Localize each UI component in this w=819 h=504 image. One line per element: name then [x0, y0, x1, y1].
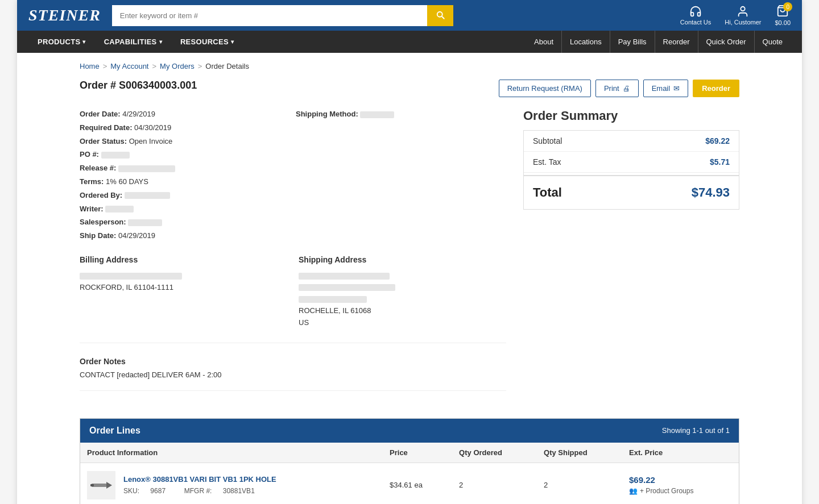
- cart-link[interactable]: 0 $0.00: [775, 5, 791, 26]
- shipping-address: Shipping Address ROCHELLE, IL 61068 US: [299, 255, 506, 329]
- product-meta: SKU: 9687 MFGR #: 30881VB1: [123, 487, 276, 495]
- shipping-city-state: ROCHELLE, IL 61068: [299, 305, 506, 317]
- order-summary-box: Subtotal $69.22 Est. Tax $5.71 Total $74…: [523, 130, 739, 210]
- search-icon: [435, 10, 445, 20]
- col-qty-shipped: Qty Shipped: [537, 443, 622, 463]
- nav-reorder[interactable]: Reorder: [655, 31, 698, 53]
- order-lines-header: Order Lines Showing 1-1 out of 1: [80, 419, 739, 443]
- breadcrumb-my-account[interactable]: My Account: [110, 62, 148, 70]
- capabilities-arrow: ▾: [159, 39, 162, 45]
- ordered-by: [125, 192, 170, 199]
- tax-value: $5.71: [710, 157, 730, 166]
- subtotal-label: Subtotal: [533, 136, 562, 145]
- order-number: Order # S006340003.001: [80, 80, 197, 91]
- nav-quick-order[interactable]: Quick Order: [698, 31, 754, 53]
- release-number: [118, 165, 175, 172]
- shipping-line3: [299, 296, 367, 303]
- terms: 1% 60 DAYS: [106, 177, 148, 186]
- product-thumbnail: [90, 474, 112, 496]
- nav-left: PRODUCTS ▾ CAPABILITIES ▾ RESOURCES ▾: [28, 31, 243, 53]
- nav-pay-bills[interactable]: Pay Bills: [610, 31, 655, 53]
- nav-locations[interactable]: Locations: [561, 31, 610, 53]
- salesperson: [128, 219, 162, 226]
- breadcrumb-my-orders[interactable]: My Orders: [160, 62, 195, 70]
- reorder-button[interactable]: Reorder: [693, 80, 739, 97]
- qty-ordered-cell: 2: [452, 463, 537, 504]
- svg-rect-4: [90, 484, 94, 486]
- breadcrumb: Home > My Account > My Orders > Order De…: [80, 62, 739, 70]
- addresses: Billing Address ROCKFORD, IL 61104-1111 …: [80, 255, 506, 343]
- total-label: Total: [533, 185, 562, 200]
- order-notes: Order Notes CONTACT [redacted] DELIVER 6…: [80, 357, 506, 391]
- col-qty-ordered: Qty Ordered: [452, 443, 537, 463]
- col-price: Price: [383, 443, 452, 463]
- table-row: Lenox® 30881VB1 VARI BIT VB1 1PK HOLE SK…: [80, 463, 739, 504]
- product-groups-link[interactable]: 👥 + Product Groups: [629, 487, 732, 495]
- breadcrumb-current: Order Details: [205, 62, 249, 70]
- svg-marker-3: [106, 482, 112, 489]
- main-content: Home > My Account > My Orders > Order De…: [68, 53, 751, 504]
- search-button[interactable]: [427, 5, 453, 26]
- table-header-row: Product Information Price Qty Ordered Qt…: [80, 443, 739, 463]
- breadcrumb-sep2: >: [152, 62, 156, 70]
- required-date: 04/30/2019: [134, 123, 171, 132]
- products-arrow: ▾: [82, 39, 85, 45]
- contact-label: Contact Us: [680, 19, 711, 26]
- email-button[interactable]: Email ✉: [643, 80, 689, 97]
- account-label: Hi, Customer: [725, 19, 761, 26]
- return-request-button[interactable]: Return Request (RMA): [499, 80, 591, 97]
- order-status: Open Invoice: [129, 137, 173, 145]
- col-ext-price: Ext. Price: [622, 443, 739, 463]
- nav-about[interactable]: About: [526, 31, 561, 53]
- order-lines-section: Order Lines Showing 1-1 out of 1 Product…: [80, 418, 739, 504]
- shipping-country: US: [299, 317, 506, 329]
- col-product-info: Product Information: [80, 443, 383, 463]
- subtotal-row: Subtotal $69.22: [524, 131, 739, 152]
- billing-line1: [80, 273, 182, 280]
- total-value: $74.93: [692, 185, 730, 200]
- header-icons: Contact Us Hi, Customer 0 $: [680, 5, 791, 26]
- headset-icon: [689, 5, 702, 18]
- account-icon: [737, 5, 749, 18]
- print-icon: 🖨: [623, 84, 630, 93]
- resources-arrow: ▾: [231, 39, 234, 45]
- nav-right: About Locations Pay Bills Reorder Quick …: [526, 31, 791, 53]
- mfgr-label: MFGR #:: [184, 487, 212, 495]
- contact-us-link[interactable]: Contact Us: [680, 5, 711, 26]
- product-info-cell: Lenox® 30881VB1 VARI BIT VB1 1PK HOLE SK…: [80, 463, 383, 504]
- print-button[interactable]: Print 🖨: [595, 80, 639, 97]
- ship-date: 04/29/2019: [118, 231, 155, 240]
- tax-row: Est. Tax $5.71: [524, 152, 739, 173]
- svg-point-0: [741, 7, 745, 11]
- account-link[interactable]: Hi, Customer: [725, 5, 761, 26]
- order-summary-title: Order Summary: [523, 109, 739, 123]
- subtotal-value: $69.22: [705, 136, 730, 145]
- sku-label: SKU:: [123, 487, 139, 495]
- search-input[interactable]: [112, 5, 427, 26]
- nav-capabilities[interactable]: CAPABILITIES ▾: [95, 31, 171, 53]
- billing-address: Billing Address ROCKFORD, IL 61104-1111: [80, 255, 287, 329]
- mfgr-value: 30881VB1: [223, 487, 255, 495]
- order-notes-text: CONTACT [redacted] DELIVER 6AM - 2:00: [80, 370, 506, 379]
- order-lines-title: Order Lines: [89, 426, 140, 436]
- order-summary-container: Order Summary Subtotal $69.22 Est. Tax $…: [523, 109, 739, 405]
- cart-total: $0.00: [775, 19, 791, 26]
- nav-resources[interactable]: RESOURCES ▾: [171, 31, 243, 53]
- order-date: 4/29/2019: [122, 110, 155, 118]
- order-info-left: Order Date: 4/29/2019 Required Date: 04/…: [80, 109, 290, 244]
- tax-label: Est. Tax: [533, 157, 561, 166]
- breadcrumb-sep3: >: [198, 62, 202, 70]
- product-details: Lenox® 30881VB1 VARI BIT VB1 1PK HOLE SK…: [123, 475, 276, 495]
- breadcrumb-sep1: >: [103, 62, 107, 70]
- nav-products[interactable]: PRODUCTS ▾: [28, 31, 95, 53]
- ext-price-cell: $69.22 👥 + Product Groups: [622, 463, 739, 504]
- total-row: Total $74.93: [524, 175, 739, 209]
- nav-quote[interactable]: Quote: [754, 31, 791, 53]
- order-info-right: Shipping Method:: [296, 109, 506, 244]
- site-logo[interactable]: SteineR: [28, 6, 101, 24]
- product-cell: Lenox® 30881VB1 VARI BIT VB1 1PK HOLE SK…: [87, 471, 376, 499]
- cart-badge: 0: [783, 2, 792, 11]
- product-name-link[interactable]: Lenox® 30881VB1 VARI BIT VB1 1PK HOLE: [123, 475, 276, 484]
- breadcrumb-home[interactable]: Home: [80, 62, 100, 70]
- main-nav: PRODUCTS ▾ CAPABILITIES ▾ RESOURCES ▾ Ab…: [17, 31, 802, 53]
